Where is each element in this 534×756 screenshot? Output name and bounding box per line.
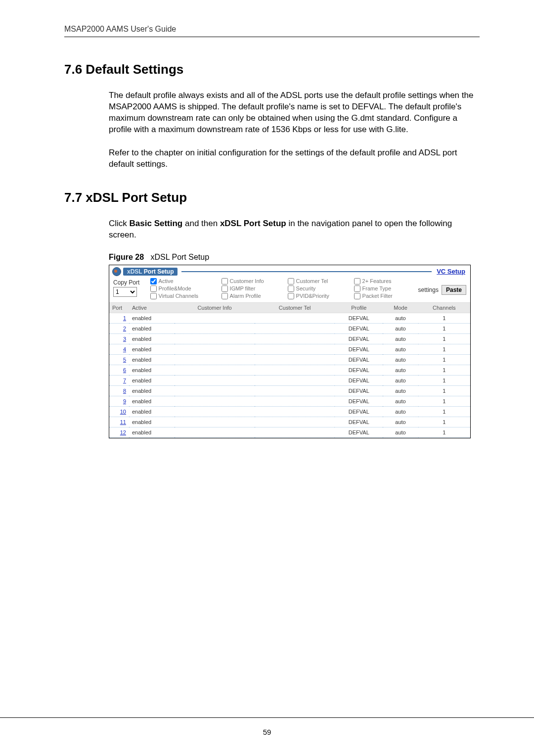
cell-mode: auto bbox=[383, 313, 418, 323]
col-custtel: Customer Tel bbox=[255, 302, 335, 313]
cell-custtel bbox=[255, 396, 335, 406]
checkbox-input[interactable] bbox=[288, 285, 294, 292]
checkbox-input[interactable] bbox=[222, 285, 228, 292]
cell-custinfo bbox=[175, 354, 255, 365]
checkbox-label: Frame Type bbox=[362, 285, 392, 291]
table-row: 9enabledDEFVALauto1 bbox=[109, 396, 470, 406]
cell-mode: auto bbox=[383, 427, 418, 437]
checkbox-input[interactable] bbox=[150, 278, 157, 284]
cell-custinfo bbox=[175, 375, 255, 385]
table-row: 10enabledDEFVALauto1 bbox=[109, 406, 470, 417]
section-7-7-para-1: Click Basic Setting and then xDSL Port S… bbox=[109, 218, 480, 241]
checkbox-active[interactable]: Active bbox=[150, 278, 220, 284]
checkbox-alarm-profile[interactable]: Alarm Profile bbox=[222, 293, 286, 299]
panel-title-rule bbox=[181, 271, 432, 272]
paste-button[interactable]: Paste bbox=[442, 285, 466, 295]
cell-channels: 1 bbox=[418, 323, 470, 333]
checkbox-label: Virtual Channels bbox=[159, 293, 199, 299]
checkbox-input[interactable] bbox=[288, 278, 294, 284]
port-link[interactable]: 10 bbox=[120, 409, 126, 415]
col-port: Port bbox=[109, 302, 129, 313]
cell-custinfo bbox=[175, 333, 255, 344]
cell-profile: DEFVAL bbox=[335, 354, 383, 365]
cell-profile: DEFVAL bbox=[335, 375, 383, 385]
checkbox-pvid-priority[interactable]: PVID&Priority bbox=[288, 293, 352, 299]
checkbox-input[interactable] bbox=[222, 278, 228, 284]
checkbox-virtual-channels[interactable]: Virtual Channels bbox=[150, 293, 220, 299]
cell-channels: 1 bbox=[418, 365, 470, 375]
table-row: 4enabledDEFVALauto1 bbox=[109, 344, 470, 354]
cell-channels: 1 bbox=[418, 344, 470, 354]
copy-port-select[interactable]: 1 bbox=[113, 287, 137, 297]
cell-custinfo bbox=[175, 417, 255, 427]
col-profile: Profile bbox=[335, 302, 383, 313]
vc-setup-link[interactable]: VC Setup bbox=[437, 268, 465, 275]
cell-custtel bbox=[255, 375, 335, 385]
table-row: 2enabledDEFVALauto1 bbox=[109, 323, 470, 333]
cell-channels: 1 bbox=[418, 427, 470, 437]
checkbox-security[interactable]: Security bbox=[288, 285, 352, 292]
checkbox-customer-tel[interactable]: Customer Tel bbox=[288, 278, 352, 284]
checkbox-customer-info[interactable]: Customer Info bbox=[222, 278, 286, 284]
cell-active: enabled bbox=[129, 354, 175, 365]
cell-custinfo bbox=[175, 344, 255, 354]
section-7-6-heading: 7.6 Default Settings bbox=[64, 62, 480, 77]
col-active: Active bbox=[129, 302, 175, 313]
port-link[interactable]: 2 bbox=[123, 326, 126, 331]
checkbox-input[interactable] bbox=[150, 285, 157, 292]
section-7-7-heading: 7.7 xDSL Port Setup bbox=[64, 190, 480, 205]
port-link[interactable]: 8 bbox=[123, 388, 126, 394]
page-footer: 59 bbox=[0, 717, 534, 736]
checkbox-label: Customer Info bbox=[230, 278, 264, 284]
port-link[interactable]: 7 bbox=[123, 378, 126, 383]
col-custinfo: Customer Info bbox=[175, 302, 255, 313]
cell-custtel bbox=[255, 323, 335, 333]
checkbox-packet-filter[interactable]: Packet Filter bbox=[354, 293, 413, 299]
cell-active: enabled bbox=[129, 344, 175, 354]
checkbox-input[interactable] bbox=[150, 293, 157, 299]
checkbox-label: Profile&Mode bbox=[159, 285, 191, 291]
panel-bullet-icon bbox=[112, 267, 121, 276]
checkbox-input[interactable] bbox=[354, 293, 360, 299]
port-link[interactable]: 1 bbox=[123, 315, 126, 321]
cell-profile: DEFVAL bbox=[335, 323, 383, 333]
panel-title: xDSL Port Setup bbox=[123, 268, 178, 276]
checkbox-input[interactable] bbox=[222, 293, 228, 299]
checkbox-profile-mode[interactable]: Profile&Mode bbox=[150, 285, 220, 292]
port-link[interactable]: 12 bbox=[120, 429, 126, 435]
port-link[interactable]: 11 bbox=[120, 419, 126, 425]
cell-active: enabled bbox=[129, 406, 175, 417]
section-7-6-para-1: The default profile always exists and al… bbox=[109, 90, 480, 136]
checkbox-label: Active bbox=[159, 278, 174, 284]
checkbox-input[interactable] bbox=[354, 285, 360, 292]
cell-custinfo bbox=[175, 396, 255, 406]
cell-custtel bbox=[255, 417, 335, 427]
cell-active: enabled bbox=[129, 427, 175, 437]
checkbox-label: PVID&Priority bbox=[296, 293, 329, 299]
cell-profile: DEFVAL bbox=[335, 344, 383, 354]
cell-custtel bbox=[255, 365, 335, 375]
copy-port-label: Copy Port bbox=[113, 279, 145, 286]
table-row: 3enabledDEFVALauto1 bbox=[109, 333, 470, 344]
page-number: 59 bbox=[263, 728, 271, 736]
port-link[interactable]: 4 bbox=[123, 346, 126, 352]
cell-active: enabled bbox=[129, 417, 175, 427]
checkbox-input[interactable] bbox=[288, 293, 294, 299]
cell-active: enabled bbox=[129, 365, 175, 375]
checkbox-2-features[interactable]: 2+ Features bbox=[354, 278, 413, 284]
port-link[interactable]: 9 bbox=[123, 398, 126, 404]
cell-custinfo bbox=[175, 313, 255, 323]
cell-mode: auto bbox=[383, 417, 418, 427]
ports-table: Port Active Customer Info Customer Tel P… bbox=[109, 302, 470, 438]
port-link[interactable]: 3 bbox=[123, 336, 126, 342]
cell-active: enabled bbox=[129, 396, 175, 406]
checkbox-label: Security bbox=[296, 285, 316, 291]
checkbox-input[interactable] bbox=[354, 278, 360, 284]
checkbox-igmp-filter[interactable]: IGMP filter bbox=[222, 285, 286, 292]
checkbox-label: Alarm Profile bbox=[230, 293, 261, 299]
cell-profile: DEFVAL bbox=[335, 417, 383, 427]
checkbox-frame-type[interactable]: Frame Type bbox=[354, 285, 413, 292]
table-row: 6enabledDEFVALauto1 bbox=[109, 365, 470, 375]
port-link[interactable]: 6 bbox=[123, 367, 126, 373]
port-link[interactable]: 5 bbox=[123, 357, 126, 363]
